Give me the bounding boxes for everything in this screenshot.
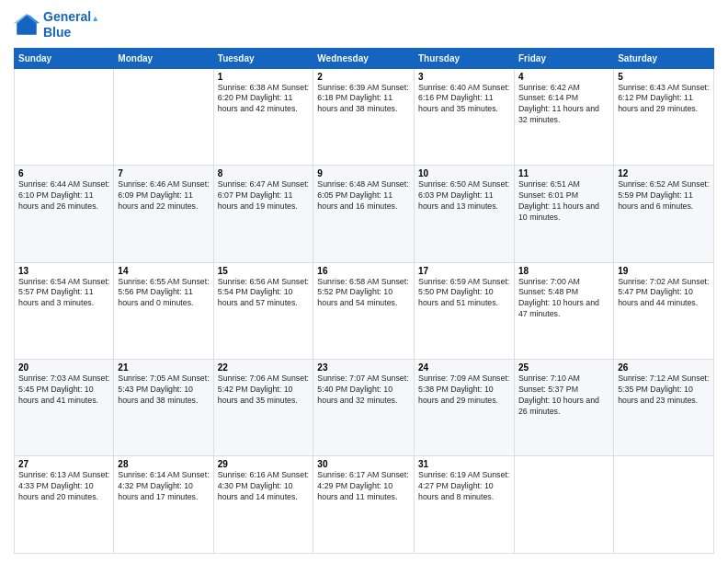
calendar-cell: 25Sunrise: 7:10 AM Sunset: 5:37 PM Dayli… [514, 360, 613, 456]
calendar-week: 1Sunrise: 6:38 AM Sunset: 6:20 PM Daylig… [15, 68, 714, 165]
day-number: 12 [618, 168, 710, 178]
day-number: 20 [18, 362, 109, 373]
calendar-cell: 24Sunrise: 7:09 AM Sunset: 5:38 PM Dayli… [415, 360, 515, 456]
header: General▲Blue [14, 9, 714, 40]
day-number: 10 [418, 168, 510, 178]
day-info: Sunrise: 6:17 AM Sunset: 4:29 PM Dayligh… [317, 470, 410, 503]
weekday-header: Sunday [15, 48, 114, 68]
day-number: 27 [18, 459, 109, 469]
day-number: 31 [418, 459, 510, 469]
day-info: Sunrise: 6:38 AM Sunset: 6:20 PM Dayligh… [218, 83, 310, 116]
day-info: Sunrise: 7:00 AM Sunset: 5:48 PM Dayligh… [518, 277, 609, 321]
day-number: 18 [518, 266, 609, 276]
logo: General▲Blue [14, 9, 99, 40]
logo-icon [14, 12, 40, 38]
calendar-cell: 28Sunrise: 6:14 AM Sunset: 4:32 PM Dayli… [114, 456, 213, 554]
day-number: 4 [518, 72, 609, 82]
calendar-body: 1Sunrise: 6:38 AM Sunset: 6:20 PM Daylig… [15, 68, 714, 553]
calendar-cell [15, 68, 114, 165]
day-info: Sunrise: 6:43 AM Sunset: 6:12 PM Dayligh… [618, 83, 710, 116]
day-number: 23 [317, 362, 410, 373]
day-info: Sunrise: 6:51 AM Sunset: 6:01 PM Dayligh… [518, 179, 609, 224]
weekday-header: Wednesday [313, 48, 415, 68]
day-info: Sunrise: 6:48 AM Sunset: 6:05 PM Dayligh… [317, 179, 410, 213]
calendar-cell: 27Sunrise: 6:13 AM Sunset: 4:33 PM Dayli… [15, 456, 114, 554]
day-info: Sunrise: 6:16 AM Sunset: 4:30 PM Dayligh… [218, 470, 310, 503]
calendar-cell: 17Sunrise: 6:59 AM Sunset: 5:50 PM Dayli… [415, 262, 515, 359]
day-number: 25 [518, 362, 609, 373]
day-info: Sunrise: 6:44 AM Sunset: 6:10 PM Dayligh… [18, 179, 109, 213]
calendar-cell: 1Sunrise: 6:38 AM Sunset: 6:20 PM Daylig… [213, 68, 313, 165]
calendar-cell [614, 456, 714, 554]
day-info: Sunrise: 7:10 AM Sunset: 5:37 PM Dayligh… [518, 373, 609, 418]
day-number: 8 [218, 168, 310, 178]
calendar-cell: 16Sunrise: 6:58 AM Sunset: 5:52 PM Dayli… [313, 262, 415, 359]
calendar-cell: 4Sunrise: 6:42 AM Sunset: 6:14 PM Daylig… [514, 68, 613, 165]
day-number: 22 [218, 362, 310, 373]
day-number: 14 [118, 266, 209, 276]
day-info: Sunrise: 7:05 AM Sunset: 5:43 PM Dayligh… [118, 373, 209, 407]
day-info: Sunrise: 6:40 AM Sunset: 6:16 PM Dayligh… [418, 83, 510, 116]
calendar-cell [514, 456, 613, 554]
weekday-header: Friday [514, 48, 613, 68]
calendar-cell: 31Sunrise: 6:19 AM Sunset: 4:27 PM Dayli… [415, 456, 515, 554]
svg-rect-2 [17, 23, 37, 34]
calendar-cell: 8Sunrise: 6:47 AM Sunset: 6:07 PM Daylig… [213, 166, 313, 262]
weekday-header: Saturday [614, 48, 714, 68]
day-info: Sunrise: 6:47 AM Sunset: 6:07 PM Dayligh… [218, 179, 310, 213]
day-number: 16 [317, 266, 410, 276]
calendar-cell: 11Sunrise: 6:51 AM Sunset: 6:01 PM Dayli… [514, 166, 613, 262]
calendar-week: 6Sunrise: 6:44 AM Sunset: 6:10 PM Daylig… [15, 166, 714, 262]
day-number: 3 [418, 72, 510, 82]
calendar-week: 20Sunrise: 7:03 AM Sunset: 5:45 PM Dayli… [15, 360, 714, 456]
calendar-cell: 23Sunrise: 7:07 AM Sunset: 5:40 PM Dayli… [313, 360, 415, 456]
weekday-header: Thursday [415, 48, 515, 68]
calendar-cell: 30Sunrise: 6:17 AM Sunset: 4:29 PM Dayli… [313, 456, 415, 554]
day-info: Sunrise: 6:55 AM Sunset: 5:56 PM Dayligh… [118, 277, 209, 310]
day-info: Sunrise: 6:13 AM Sunset: 4:33 PM Dayligh… [18, 470, 109, 503]
calendar-cell: 9Sunrise: 6:48 AM Sunset: 6:05 PM Daylig… [313, 166, 415, 262]
calendar-cell: 14Sunrise: 6:55 AM Sunset: 5:56 PM Dayli… [114, 262, 213, 359]
day-number: 1 [218, 72, 310, 82]
calendar-cell: 26Sunrise: 7:12 AM Sunset: 5:35 PM Dayli… [614, 360, 714, 456]
calendar-cell: 7Sunrise: 6:46 AM Sunset: 6:09 PM Daylig… [114, 166, 213, 262]
day-number: 6 [18, 168, 109, 178]
day-info: Sunrise: 7:07 AM Sunset: 5:40 PM Dayligh… [317, 373, 410, 407]
calendar-cell: 12Sunrise: 6:52 AM Sunset: 5:59 PM Dayli… [614, 166, 714, 262]
day-number: 2 [317, 72, 410, 82]
calendar-cell [114, 68, 213, 165]
day-number: 21 [118, 362, 209, 373]
day-info: Sunrise: 6:39 AM Sunset: 6:18 PM Dayligh… [317, 83, 410, 116]
logo-text: General▲Blue [43, 9, 99, 40]
day-info: Sunrise: 6:42 AM Sunset: 6:14 PM Dayligh… [518, 83, 609, 127]
day-info: Sunrise: 7:09 AM Sunset: 5:38 PM Dayligh… [418, 373, 510, 407]
day-info: Sunrise: 6:50 AM Sunset: 6:03 PM Dayligh… [418, 179, 510, 213]
day-info: Sunrise: 6:54 AM Sunset: 5:57 PM Dayligh… [18, 277, 109, 310]
calendar-cell: 6Sunrise: 6:44 AM Sunset: 6:10 PM Daylig… [15, 166, 114, 262]
calendar-cell: 5Sunrise: 6:43 AM Sunset: 6:12 PM Daylig… [614, 68, 714, 165]
calendar-cell: 3Sunrise: 6:40 AM Sunset: 6:16 PM Daylig… [415, 68, 515, 165]
day-number: 26 [618, 362, 710, 373]
calendar-cell: 29Sunrise: 6:16 AM Sunset: 4:30 PM Dayli… [213, 456, 313, 554]
weekday-header: Monday [114, 48, 213, 68]
day-info: Sunrise: 6:59 AM Sunset: 5:50 PM Dayligh… [418, 277, 510, 310]
weekday-header: Tuesday [213, 48, 313, 68]
day-info: Sunrise: 7:12 AM Sunset: 5:35 PM Dayligh… [618, 373, 710, 407]
day-info: Sunrise: 7:02 AM Sunset: 5:47 PM Dayligh… [618, 277, 710, 310]
day-number: 19 [618, 266, 710, 276]
calendar-cell: 19Sunrise: 7:02 AM Sunset: 5:47 PM Dayli… [614, 262, 714, 359]
calendar-week: 27Sunrise: 6:13 AM Sunset: 4:33 PM Dayli… [15, 456, 714, 554]
calendar-cell: 21Sunrise: 7:05 AM Sunset: 5:43 PM Dayli… [114, 360, 213, 456]
day-number: 11 [518, 168, 609, 178]
day-number: 15 [218, 266, 310, 276]
calendar-header: SundayMondayTuesdayWednesdayThursdayFrid… [15, 48, 714, 68]
day-number: 9 [317, 168, 410, 178]
calendar-week: 13Sunrise: 6:54 AM Sunset: 5:57 PM Dayli… [15, 262, 714, 359]
day-number: 13 [18, 266, 109, 276]
day-number: 28 [118, 459, 209, 469]
calendar-cell: 18Sunrise: 7:00 AM Sunset: 5:48 PM Dayli… [514, 262, 613, 359]
day-number: 17 [418, 266, 510, 276]
day-info: Sunrise: 6:58 AM Sunset: 5:52 PM Dayligh… [317, 277, 410, 310]
calendar-cell: 22Sunrise: 7:06 AM Sunset: 5:42 PM Dayli… [213, 360, 313, 456]
page: General▲Blue SundayMondayTuesdayWednesda… [0, 0, 728, 563]
